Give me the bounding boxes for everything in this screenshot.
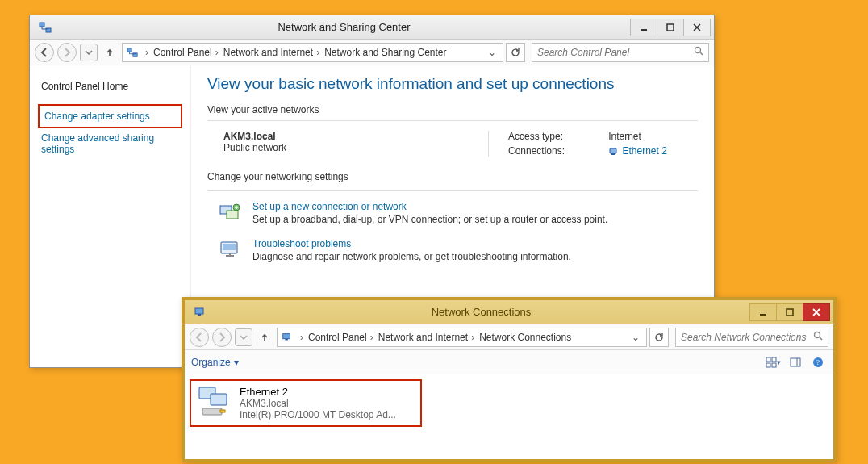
svg-rect-4 [127, 48, 131, 51]
file-list[interactable]: Ethernet 2 AKM3.local Intel(R) PRO/1000 … [185, 374, 833, 459]
help-button[interactable]: ? [809, 353, 827, 371]
network-type: Public network [223, 142, 456, 153]
svg-rect-3 [667, 24, 674, 31]
chevron-down-icon: ▾ [234, 357, 239, 368]
adapter-domain: AKM3.local [240, 398, 417, 409]
svg-line-22 [820, 337, 822, 340]
nav-up-button[interactable] [101, 44, 119, 61]
preview-pane-button[interactable] [787, 353, 804, 371]
svg-rect-20 [285, 338, 288, 340]
address-icon [126, 46, 139, 59]
svg-rect-18 [787, 309, 793, 316]
organize-label: Organize [191, 357, 231, 368]
search-input[interactable] [537, 47, 694, 58]
divider [207, 190, 698, 191]
organize-menu[interactable]: Organize ▾ [191, 357, 239, 368]
sidebar-change-adapter[interactable]: Change adapter settings [41, 107, 179, 126]
setting-setup-connection: Set up a new connection or network Set u… [219, 201, 698, 225]
window-controls [750, 303, 830, 321]
search-box[interactable] [675, 328, 828, 347]
chevron-right-icon: › [468, 332, 478, 343]
access-type-label: Access type: [508, 131, 595, 142]
divider [207, 120, 698, 121]
title-bar[interactable]: Network Connections [185, 300, 833, 324]
search-box[interactable] [532, 43, 709, 62]
refresh-button[interactable] [506, 43, 525, 62]
svg-point-21 [815, 332, 820, 338]
setup-connection-link[interactable]: Set up a new connection or network [252, 201, 607, 212]
breadcrumb[interactable]: › [142, 47, 153, 58]
search-icon [813, 331, 823, 343]
nav-forward-button[interactable] [212, 328, 232, 347]
svg-rect-24 [772, 357, 776, 362]
adapter-item-ethernet-2[interactable]: Ethernet 2 AKM3.local Intel(R) PRO/1000 … [190, 379, 422, 427]
svg-line-7 [700, 52, 703, 55]
troubleshoot-icon [219, 238, 241, 261]
minimize-button[interactable] [630, 19, 657, 36]
nav-forward-button[interactable] [57, 43, 77, 62]
breadcrumb[interactable]: Control Panel› [308, 332, 378, 343]
svg-rect-8 [610, 148, 616, 153]
breadcrumb[interactable]: Network and Sharing Center [324, 47, 448, 58]
refresh-button[interactable] [649, 328, 669, 347]
sidebar: Control Panel Home Change adapter settin… [30, 65, 191, 367]
window-title: Network Connections [212, 306, 750, 318]
svg-rect-26 [772, 363, 776, 367]
breadcrumb[interactable]: Network and Internet› [378, 332, 479, 343]
address-dropdown[interactable]: ⌄ [628, 332, 643, 343]
chevron-right-icon: › [142, 47, 152, 58]
address-bar[interactable]: › Control Panel› Network and Internet› N… [122, 43, 503, 62]
connections-label: Connections: [508, 145, 595, 157]
svg-point-6 [695, 48, 701, 53]
breadcrumb[interactable]: Control Panel› [153, 47, 223, 58]
window-controls [631, 19, 711, 36]
nav-recent-button[interactable] [235, 328, 252, 346]
nav-up-button[interactable] [256, 328, 273, 346]
address-dropdown[interactable]: ⌄ [485, 47, 499, 58]
svg-rect-11 [227, 211, 238, 219]
network-name: AKM3.local [223, 131, 456, 142]
troubleshoot-link[interactable]: Troubleshoot problems [252, 238, 571, 249]
chevron-right-icon: › [313, 47, 323, 58]
connection-link[interactable]: Ethernet 2 [623, 145, 667, 157]
nav-row: › Control Panel› Network and Internet› N… [185, 324, 833, 350]
view-icons-button[interactable]: ▾ [764, 353, 782, 371]
address-icon [281, 331, 294, 344]
search-icon [694, 46, 703, 58]
adapter-name: Ethernet 2 [240, 386, 417, 398]
sidebar-home[interactable]: Control Panel Home [38, 77, 182, 96]
sidebar-advanced-sharing[interactable]: Change advanced sharing settings [38, 128, 182, 159]
highlight-change-adapter: Change adapter settings [38, 104, 182, 128]
active-network: AKM3.local Public network Access type: I… [207, 131, 698, 157]
title-bar[interactable]: Network and Sharing Center [30, 15, 714, 40]
breadcrumb[interactable]: Network and Internet› [223, 47, 324, 58]
address-bar[interactable]: › Control Panel› Network and Internet› N… [277, 328, 647, 347]
breadcrumb[interactable]: Network Connections [479, 332, 573, 343]
maximize-button[interactable] [776, 303, 803, 321]
search-input[interactable] [681, 332, 813, 343]
page-title: View your basic network information and … [207, 75, 698, 93]
maximize-button[interactable] [657, 19, 684, 36]
change-settings-label: Change your networking settings [207, 171, 698, 182]
svg-rect-32 [211, 394, 227, 405]
close-button[interactable] [803, 303, 830, 321]
ethernet-icon [608, 147, 618, 157]
troubleshoot-desc: Diagnose and repair network problems, or… [252, 251, 571, 262]
toolbar: Organize ▾ ▾ ? [185, 350, 833, 374]
nav-back-button[interactable] [190, 328, 209, 347]
svg-rect-23 [766, 357, 770, 362]
breadcrumb[interactable]: › [297, 332, 308, 343]
minimize-button[interactable] [749, 303, 777, 321]
svg-rect-9 [611, 153, 615, 155]
svg-rect-19 [283, 333, 290, 338]
setup-connection-icon [219, 201, 241, 224]
svg-rect-0 [40, 23, 44, 27]
network-connections-window: Network Connections › Control Panel› Net… [182, 297, 837, 462]
app-icon [193, 305, 207, 320]
adapter-icon [196, 386, 232, 418]
nav-recent-button[interactable] [80, 44, 98, 61]
app-icon [38, 20, 52, 35]
close-button[interactable] [683, 19, 711, 36]
nav-back-button[interactable] [35, 43, 54, 62]
svg-rect-27 [791, 358, 800, 366]
